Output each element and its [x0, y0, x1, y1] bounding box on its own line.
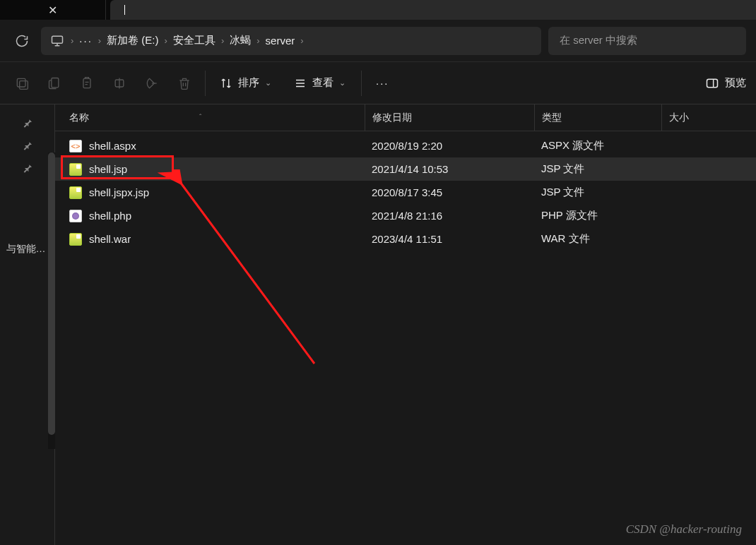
close-icon: ✕ [48, 4, 57, 17]
file-type: JSP 文件 [534, 186, 661, 199]
watermark: CSDN @hacker-routing [626, 522, 742, 537]
new-folder-button[interactable] [10, 71, 34, 95]
sort-asc-icon: ˆ [199, 114, 201, 121]
chevron-right-icon: › [71, 35, 73, 46]
breadcrumb-item[interactable]: 安全工具 [173, 34, 215, 47]
scrollbar-thumb[interactable] [48, 152, 55, 435]
file-date: 2023/4/4 11:51 [365, 233, 534, 245]
breadcrumb-item[interactable]: 新加卷 (E:) [107, 34, 158, 47]
svg-rect-3 [52, 78, 59, 87]
column-header-size[interactable]: 大小 [661, 104, 756, 131]
svg-rect-0 [52, 36, 63, 43]
file-row[interactable]: shell.php2021/4/8 21:16PHP 源文件 [55, 204, 756, 227]
view-label: 查看 [312, 76, 333, 90]
breadcrumb-ellipsis[interactable]: ··· [79, 35, 93, 47]
sort-label: 排序 [238, 76, 259, 90]
file-row[interactable]: <>shell.aspx2020/8/19 2:20ASPX 源文件 [55, 134, 756, 157]
chevron-right-icon: › [300, 35, 303, 46]
address-bar[interactable]: › ··· › 新加卷 (E:) › 安全工具 › 冰蝎 › server › [41, 27, 541, 55]
preview-button[interactable]: 预览 [705, 76, 746, 90]
chevron-right-icon: › [98, 35, 101, 46]
jsp-file-icon [69, 163, 82, 176]
paste-button[interactable] [75, 71, 99, 95]
file-name: shell.war [89, 233, 131, 245]
column-header-date[interactable]: 修改日期 [365, 104, 534, 131]
svg-rect-4 [83, 78, 90, 88]
php-file-icon [69, 210, 82, 222]
file-date: 2020/8/19 2:20 [365, 140, 534, 152]
delete-button[interactable] [172, 71, 196, 95]
refresh-button[interactable] [10, 29, 34, 53]
search-input[interactable]: 在 server 中搜索 [548, 27, 746, 55]
main-area: 与智能… 名称 ˆ 修改日期 类型 大小 <>shell.aspx2020/8/… [0, 104, 756, 545]
aspx-file-icon: <> [69, 140, 82, 152]
search-placeholder: 在 server 中搜索 [560, 34, 637, 47]
chevron-down-icon: ⌄ [339, 78, 345, 88]
rename-button[interactable] [107, 71, 131, 95]
tab-close-area[interactable]: ✕ [0, 0, 106, 20]
svg-rect-2 [20, 80, 28, 89]
sort-button[interactable]: 排序 ⌄ [213, 72, 278, 94]
svg-rect-6 [707, 79, 718, 88]
file-row[interactable]: shell.jspx.jsp2020/8/17 3:45JSP 文件 [55, 181, 756, 204]
column-header-name[interactable]: 名称 ˆ [69, 112, 365, 124]
toolbar: 排序 ⌄ 查看 ⌄ ··· 预览 [0, 62, 756, 104]
share-button[interactable] [140, 71, 164, 95]
file-type: PHP 源文件 [534, 209, 661, 222]
file-panel: 名称 ˆ 修改日期 类型 大小 <>shell.aspx2020/8/19 2:… [55, 104, 756, 545]
jsp-file-icon [69, 233, 82, 246]
svg-rect-1 [17, 78, 25, 87]
file-name: shell.jsp [89, 163, 127, 175]
breadcrumb-item[interactable]: 冰蝎 [230, 34, 251, 47]
file-list: <>shell.aspx2020/8/19 2:20ASPX 源文件shell.… [55, 131, 756, 253]
sidebar-section-label[interactable]: 与智能… [5, 243, 50, 256]
pinned-item[interactable] [13, 134, 42, 157]
file-row[interactable]: shell.jsp2021/4/14 10:53JSP 文件 [55, 157, 756, 181]
chevron-right-icon: › [165, 35, 167, 46]
file-name: shell.jspx.jsp [89, 186, 149, 198]
address-search-row: › ··· › 新加卷 (E:) › 安全工具 › 冰蝎 › server › … [0, 20, 756, 62]
column-name-label: 名称 [69, 112, 89, 124]
file-date: 2021/4/8 21:16 [365, 210, 534, 222]
file-type: JSP 文件 [534, 162, 661, 176]
chevron-right-icon: › [256, 35, 259, 46]
copy-button[interactable] [42, 71, 66, 95]
tab-cursor [124, 5, 125, 15]
column-header-type[interactable]: 类型 [534, 104, 661, 131]
view-button[interactable]: 查看 ⌄ [287, 72, 353, 94]
chevron-down-icon: ⌄ [265, 78, 271, 88]
pinned-item[interactable] [13, 157, 42, 179]
more-button[interactable]: ··· [369, 73, 396, 93]
pinned-item[interactable] [13, 112, 42, 134]
file-name: shell.php [89, 210, 131, 222]
breadcrumb-item[interactable]: server [266, 35, 295, 47]
file-row[interactable]: shell.war2023/4/4 11:51WAR 文件 [55, 227, 756, 251]
file-type: WAR 文件 [534, 232, 661, 246]
tab-bar-rest [110, 0, 756, 20]
monitor-icon [49, 33, 65, 49]
columns-header: 名称 ˆ 修改日期 类型 大小 [55, 104, 756, 131]
title-tab-row: ✕ [0, 0, 756, 20]
file-date: 2020/8/17 3:45 [365, 186, 534, 198]
file-type: ASPX 源文件 [534, 139, 661, 152]
file-name: shell.aspx [89, 140, 136, 152]
sidebar: 与智能… [0, 104, 55, 545]
file-date: 2021/4/14 10:53 [365, 163, 534, 175]
jsp-file-icon [69, 186, 82, 199]
preview-label: 预览 [725, 76, 746, 90]
scrollbar[interactable] [48, 152, 55, 449]
chevron-right-icon: › [221, 35, 224, 46]
